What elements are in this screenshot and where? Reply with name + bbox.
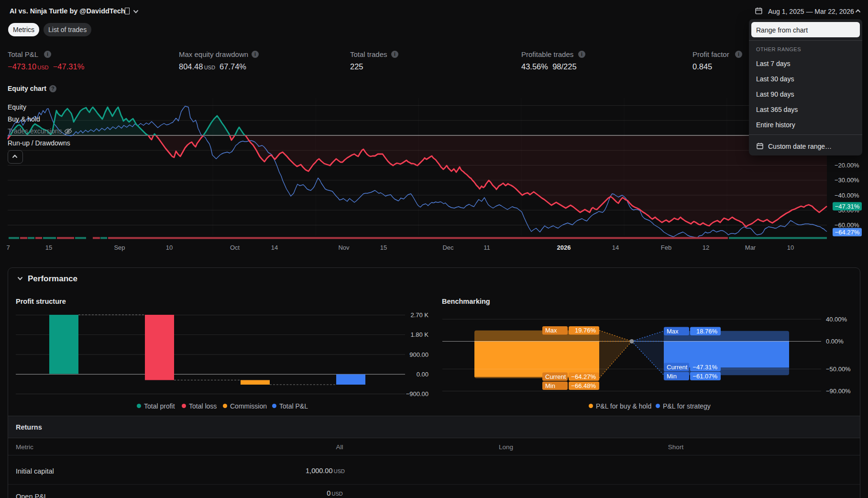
svg-text:−61.07%: −61.07% — [692, 373, 717, 380]
svg-text:Min: Min — [545, 382, 555, 389]
svg-text:19.76%: 19.76% — [575, 327, 596, 334]
svg-text:−47.31%: −47.31% — [692, 364, 717, 371]
svg-text:−64.27%: −64.27% — [571, 373, 596, 380]
svg-text:−66.48%: −66.48% — [571, 382, 596, 389]
svg-text:Current: Current — [545, 373, 566, 380]
svg-text:−50.00%: −50.00% — [826, 365, 851, 373]
svg-text:40.00%: 40.00% — [826, 316, 847, 323]
svg-text:1.80 K: 1.80 K — [410, 331, 429, 338]
svg-text:Min: Min — [667, 373, 677, 380]
svg-text:2.70 K: 2.70 K — [410, 311, 429, 319]
svg-text:0.00: 0.00 — [417, 371, 429, 378]
svg-text:−90.00%: −90.00% — [826, 387, 851, 395]
svg-text:Max: Max — [667, 328, 679, 335]
svg-text:Current: Current — [667, 364, 688, 371]
svg-text:900.00: 900.00 — [409, 351, 429, 358]
svg-text:18.76%: 18.76% — [696, 328, 718, 335]
svg-text:−900.00: −900.00 — [406, 390, 429, 398]
svg-text:Max: Max — [545, 327, 557, 334]
svg-text:0.00%: 0.00% — [826, 338, 844, 345]
